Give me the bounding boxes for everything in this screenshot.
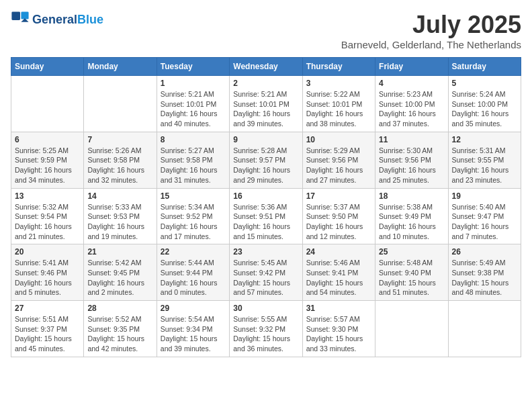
logo: GeneralBlue bbox=[11, 11, 103, 30]
calendar-week-row: 27Sunrise: 5:51 AM Sunset: 9:37 PM Dayli… bbox=[11, 301, 521, 357]
day-info: Sunrise: 5:51 AM Sunset: 9:37 PM Dayligh… bbox=[15, 314, 80, 354]
day-number: 22 bbox=[161, 247, 226, 257]
calendar-day-cell: 1Sunrise: 5:21 AM Sunset: 10:01 PM Dayli… bbox=[157, 76, 229, 132]
day-info: Sunrise: 5:54 AM Sunset: 9:34 PM Dayligh… bbox=[161, 314, 226, 354]
day-number: 2 bbox=[233, 79, 298, 88]
day-number: 4 bbox=[379, 79, 444, 88]
calendar-day-cell: 2Sunrise: 5:21 AM Sunset: 10:01 PM Dayli… bbox=[230, 76, 302, 132]
day-number: 6 bbox=[15, 135, 80, 144]
calendar-day-cell: 14Sunrise: 5:33 AM Sunset: 9:53 PM Dayli… bbox=[84, 188, 157, 244]
calendar-day-cell: 29Sunrise: 5:54 AM Sunset: 9:34 PM Dayli… bbox=[157, 301, 229, 357]
calendar-day-cell: 12Sunrise: 5:31 AM Sunset: 9:55 PM Dayli… bbox=[448, 132, 521, 188]
calendar-day-cell: 21Sunrise: 5:42 AM Sunset: 9:45 PM Dayli… bbox=[84, 244, 157, 301]
day-info: Sunrise: 5:52 AM Sunset: 9:35 PM Dayligh… bbox=[87, 314, 152, 354]
day-info: Sunrise: 5:44 AM Sunset: 9:44 PM Dayligh… bbox=[161, 258, 226, 298]
day-number: 26 bbox=[452, 247, 517, 257]
day-info: Sunrise: 5:26 AM Sunset: 9:58 PM Dayligh… bbox=[87, 146, 152, 185]
day-info: Sunrise: 5:34 AM Sunset: 9:52 PM Dayligh… bbox=[161, 202, 226, 242]
day-number: 20 bbox=[15, 247, 80, 257]
calendar-day-cell: 9Sunrise: 5:28 AM Sunset: 9:57 PM Daylig… bbox=[230, 132, 302, 188]
calendar-week-row: 1Sunrise: 5:21 AM Sunset: 10:01 PM Dayli… bbox=[11, 76, 521, 132]
calendar-day-cell: 15Sunrise: 5:34 AM Sunset: 9:52 PM Dayli… bbox=[157, 188, 229, 244]
calendar-body: 1Sunrise: 5:21 AM Sunset: 10:01 PM Dayli… bbox=[11, 76, 521, 357]
day-number: 31 bbox=[306, 304, 371, 313]
calendar-day-cell: 5Sunrise: 5:24 AM Sunset: 10:00 PM Dayli… bbox=[448, 76, 521, 132]
calendar-day-cell: 6Sunrise: 5:25 AM Sunset: 9:59 PM Daylig… bbox=[11, 132, 84, 188]
logo-icon bbox=[11, 11, 30, 30]
svg-rect-0 bbox=[11, 11, 20, 20]
calendar-week-row: 6Sunrise: 5:25 AM Sunset: 9:59 PM Daylig… bbox=[11, 132, 521, 188]
day-info: Sunrise: 5:55 AM Sunset: 9:32 PM Dayligh… bbox=[233, 314, 298, 354]
calendar-day-cell: 7Sunrise: 5:26 AM Sunset: 9:58 PM Daylig… bbox=[84, 132, 157, 188]
calendar-day-cell bbox=[11, 76, 84, 132]
calendar-day-cell: 11Sunrise: 5:30 AM Sunset: 9:56 PM Dayli… bbox=[375, 132, 448, 188]
day-number: 10 bbox=[306, 135, 371, 144]
svg-rect-1 bbox=[21, 11, 28, 19]
day-info: Sunrise: 5:32 AM Sunset: 9:54 PM Dayligh… bbox=[15, 202, 80, 242]
day-info: Sunrise: 5:42 AM Sunset: 9:45 PM Dayligh… bbox=[87, 258, 152, 298]
day-number: 11 bbox=[379, 135, 444, 144]
day-info: Sunrise: 5:21 AM Sunset: 10:01 PM Daylig… bbox=[161, 89, 226, 129]
page-header: GeneralBlue July 2025 Barneveld, Gelderl… bbox=[11, 11, 521, 50]
day-number: 21 bbox=[87, 247, 152, 257]
day-info: Sunrise: 5:28 AM Sunset: 9:57 PM Dayligh… bbox=[233, 146, 298, 185]
day-info: Sunrise: 5:49 AM Sunset: 9:38 PM Dayligh… bbox=[452, 258, 517, 298]
calendar-day-cell: 23Sunrise: 5:45 AM Sunset: 9:42 PM Dayli… bbox=[230, 244, 302, 301]
day-info: Sunrise: 5:33 AM Sunset: 9:53 PM Dayligh… bbox=[87, 202, 152, 242]
calendar-day-cell: 22Sunrise: 5:44 AM Sunset: 9:44 PM Dayli… bbox=[157, 244, 229, 301]
calendar-day-cell: 10Sunrise: 5:29 AM Sunset: 9:56 PM Dayli… bbox=[302, 132, 375, 188]
day-number: 14 bbox=[87, 191, 152, 201]
location-title: Barneveld, Gelderland, The Netherlands bbox=[341, 39, 521, 50]
day-info: Sunrise: 5:22 AM Sunset: 10:01 PM Daylig… bbox=[306, 89, 371, 129]
day-number: 25 bbox=[379, 247, 444, 257]
day-info: Sunrise: 5:38 AM Sunset: 9:49 PM Dayligh… bbox=[379, 202, 444, 242]
calendar-day-cell: 28Sunrise: 5:52 AM Sunset: 9:35 PM Dayli… bbox=[84, 301, 157, 357]
day-info: Sunrise: 5:57 AM Sunset: 9:30 PM Dayligh… bbox=[306, 314, 371, 354]
weekday-header-cell: Tuesday bbox=[157, 58, 229, 76]
calendar-day-cell: 24Sunrise: 5:46 AM Sunset: 9:41 PM Dayli… bbox=[302, 244, 375, 301]
weekday-header-cell: Friday bbox=[375, 58, 448, 76]
day-number: 27 bbox=[15, 304, 80, 313]
day-number: 15 bbox=[161, 191, 226, 201]
calendar-day-cell: 4Sunrise: 5:23 AM Sunset: 10:00 PM Dayli… bbox=[375, 76, 448, 132]
day-info: Sunrise: 5:27 AM Sunset: 9:58 PM Dayligh… bbox=[161, 146, 226, 185]
day-info: Sunrise: 5:41 AM Sunset: 9:46 PM Dayligh… bbox=[15, 258, 80, 298]
day-info: Sunrise: 5:21 AM Sunset: 10:01 PM Daylig… bbox=[233, 89, 298, 129]
calendar-day-cell: 17Sunrise: 5:37 AM Sunset: 9:50 PM Dayli… bbox=[302, 188, 375, 244]
calendar-day-cell bbox=[84, 76, 157, 132]
day-number: 17 bbox=[306, 191, 371, 201]
day-info: Sunrise: 5:46 AM Sunset: 9:41 PM Dayligh… bbox=[306, 258, 371, 298]
day-number: 30 bbox=[233, 304, 298, 313]
day-number: 19 bbox=[452, 191, 517, 201]
day-info: Sunrise: 5:29 AM Sunset: 9:56 PM Dayligh… bbox=[306, 146, 371, 185]
day-info: Sunrise: 5:31 AM Sunset: 9:55 PM Dayligh… bbox=[452, 146, 517, 185]
calendar-day-cell bbox=[448, 301, 521, 357]
logo-text-line1: GeneralBlue bbox=[32, 13, 103, 27]
calendar-day-cell: 19Sunrise: 5:40 AM Sunset: 9:47 PM Dayli… bbox=[448, 188, 521, 244]
day-number: 3 bbox=[306, 79, 371, 88]
weekday-header-cell: Sunday bbox=[11, 58, 84, 76]
day-info: Sunrise: 5:36 AM Sunset: 9:51 PM Dayligh… bbox=[233, 202, 298, 242]
calendar-table: SundayMondayTuesdayWednesdayThursdayFrid… bbox=[11, 57, 521, 357]
day-number: 23 bbox=[233, 247, 298, 257]
day-number: 9 bbox=[233, 135, 298, 144]
calendar-day-cell: 30Sunrise: 5:55 AM Sunset: 9:32 PM Dayli… bbox=[230, 301, 302, 357]
day-number: 18 bbox=[379, 191, 444, 201]
day-info: Sunrise: 5:45 AM Sunset: 9:42 PM Dayligh… bbox=[233, 258, 298, 298]
day-number: 12 bbox=[452, 135, 517, 144]
weekday-header-cell: Thursday bbox=[302, 58, 375, 76]
day-number: 16 bbox=[233, 191, 298, 201]
calendar-day-cell: 26Sunrise: 5:49 AM Sunset: 9:38 PM Dayli… bbox=[448, 244, 521, 301]
day-number: 5 bbox=[452, 79, 517, 88]
day-number: 29 bbox=[161, 304, 226, 313]
calendar-week-row: 20Sunrise: 5:41 AM Sunset: 9:46 PM Dayli… bbox=[11, 244, 521, 301]
calendar-day-cell: 16Sunrise: 5:36 AM Sunset: 9:51 PM Dayli… bbox=[230, 188, 302, 244]
title-block: July 2025 Barneveld, Gelderland, The Net… bbox=[341, 11, 521, 50]
calendar-day-cell: 20Sunrise: 5:41 AM Sunset: 9:46 PM Dayli… bbox=[11, 244, 84, 301]
day-number: 8 bbox=[161, 135, 226, 144]
calendar-week-row: 13Sunrise: 5:32 AM Sunset: 9:54 PM Dayli… bbox=[11, 188, 521, 244]
calendar-day-cell: 31Sunrise: 5:57 AM Sunset: 9:30 PM Dayli… bbox=[302, 301, 375, 357]
day-info: Sunrise: 5:40 AM Sunset: 9:47 PM Dayligh… bbox=[452, 202, 517, 242]
weekday-header-cell: Saturday bbox=[448, 58, 521, 76]
day-number: 28 bbox=[87, 304, 152, 313]
